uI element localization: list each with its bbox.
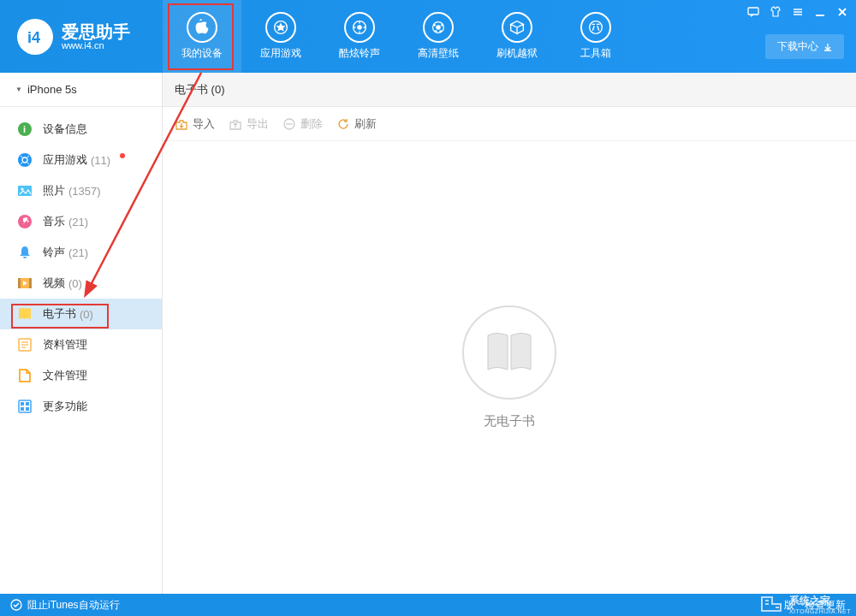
import-icon xyxy=(175,117,188,131)
sidebar-item-label: 铃声 xyxy=(43,245,65,260)
nav-icon xyxy=(502,12,532,43)
sidebar-item-file[interactable]: 文件管理 xyxy=(0,360,162,391)
sidebar-item-more[interactable]: 更多功能 xyxy=(0,391,162,422)
sidebar-item-bell[interactable]: 铃声(21) xyxy=(0,237,162,268)
music-icon xyxy=(17,214,33,229)
watermark: 系统之家 XITONGZHIJIA.NET xyxy=(757,592,851,616)
svg-point-3 xyxy=(357,25,362,30)
skin-icon[interactable] xyxy=(769,5,782,19)
svg-rect-26 xyxy=(18,278,21,288)
sidebar-item-book[interactable]: 电子书(0) xyxy=(0,299,162,329)
notification-dot xyxy=(120,153,125,158)
itunes-block-label: 阻止iTunes自动运行 xyxy=(27,598,120,613)
import-button[interactable]: 导入 xyxy=(175,116,215,132)
logo-icon: i4 xyxy=(17,19,53,55)
device-name: iPhone 5s xyxy=(27,83,77,96)
svg-point-6 xyxy=(433,24,436,27)
nav-jailbreak[interactable]: 刷机越狱 xyxy=(478,0,556,73)
feedback-icon[interactable] xyxy=(746,5,760,19)
download-center-label: 下载中心 xyxy=(777,39,818,54)
svg-rect-35 xyxy=(21,407,24,411)
nav-icon xyxy=(580,12,611,43)
app-header: i4 爱思助手 www.i4.cn 我的设备应用游戏酷炫铃声高清壁纸刷机越狱工具… xyxy=(0,0,856,73)
svg-rect-11 xyxy=(748,8,758,15)
window-controls xyxy=(746,5,849,19)
empty-text: 无电子书 xyxy=(484,413,535,429)
minimize-button[interactable] xyxy=(813,5,827,19)
nav-apps[interactable]: 应用游戏 xyxy=(241,0,320,73)
svg-point-9 xyxy=(439,30,442,33)
apps-icon xyxy=(17,152,33,168)
svg-point-5 xyxy=(436,25,441,30)
body: iPhone 5s i设备信息应用游戏(11)照片(1357)音乐(21)铃声(… xyxy=(0,73,856,594)
sidebar-item-video[interactable]: 视频(0) xyxy=(0,268,162,299)
sidebar-item-label: 音乐 xyxy=(43,214,65,229)
info-icon: i xyxy=(17,121,33,137)
refresh-icon xyxy=(336,117,350,131)
sidebar-item-count: (0) xyxy=(68,277,82,290)
nav-label: 应用游戏 xyxy=(260,46,301,61)
sidebar-item-music[interactable]: 音乐(21) xyxy=(0,206,162,237)
svg-rect-36 xyxy=(26,407,29,411)
sidebar-item-info[interactable]: i设备信息 xyxy=(0,114,162,145)
refresh-button[interactable]: 刷新 xyxy=(336,116,377,132)
svg-point-7 xyxy=(441,24,443,27)
logo-title: 爱思助手 xyxy=(62,23,130,40)
delete-icon xyxy=(282,117,296,131)
sidebar-item-label: 电子书 xyxy=(43,306,76,322)
nav-label: 工具箱 xyxy=(580,46,611,61)
nav-tools[interactable]: 工具箱 xyxy=(556,0,635,73)
sidebar-item-data[interactable]: 资料管理 xyxy=(0,329,162,360)
nav-wallpapers[interactable]: 高清壁纸 xyxy=(399,0,478,73)
svg-text:i4: i4 xyxy=(27,29,40,46)
delete-label: 删除 xyxy=(300,116,323,132)
sidebar-item-label: 更多功能 xyxy=(43,399,87,414)
device-selector[interactable]: iPhone 5s xyxy=(0,73,162,107)
nav-ringtones[interactable]: 酷炫铃声 xyxy=(320,0,399,73)
refresh-label: 刷新 xyxy=(354,116,377,132)
sidebar-item-count: (0) xyxy=(80,308,93,321)
watermark-sub: XITONGZHIJIA.NET xyxy=(789,608,851,614)
delete-button: 删除 xyxy=(282,116,323,132)
watermark-brand: 系统之家 xyxy=(789,594,851,608)
bell-icon xyxy=(17,245,33,260)
sidebar-item-count: (11) xyxy=(91,154,110,167)
itunes-block-toggle[interactable]: 阻止iTunes自动运行 xyxy=(10,598,120,613)
svg-point-23 xyxy=(21,188,24,191)
main-nav: 我的设备应用游戏酷炫铃声高清壁纸刷机越狱工具箱 xyxy=(163,0,635,73)
import-label: 导入 xyxy=(193,116,215,132)
close-button[interactable] xyxy=(835,5,849,19)
svg-point-8 xyxy=(435,30,437,33)
nav-label: 我的设备 xyxy=(181,46,223,61)
download-center-button[interactable]: 下载中心 xyxy=(765,34,844,59)
video-icon xyxy=(17,275,33,291)
content-title: 电子书 (0) xyxy=(163,73,856,107)
nav-label: 刷机越狱 xyxy=(496,46,538,61)
status-bar: 阻止iTunes自动运行 版 检查更新 xyxy=(0,594,856,616)
data-icon xyxy=(17,337,33,352)
photo-icon xyxy=(17,183,33,198)
more-icon xyxy=(17,399,33,414)
export-label: 导出 xyxy=(247,116,269,132)
logo-section: i4 爱思助手 www.i4.cn xyxy=(0,19,163,55)
sidebar-item-count: (1357) xyxy=(68,185,101,198)
export-button: 导出 xyxy=(229,116,269,132)
content-area: 电子书 (0) 导入 导出 删除 刷新 无电子书 xyxy=(163,73,856,594)
nav-device[interactable]: 我的设备 xyxy=(163,0,241,73)
sidebar: iPhone 5s i设备信息应用游戏(11)照片(1357)音乐(21)铃声(… xyxy=(0,73,163,594)
svg-rect-33 xyxy=(21,402,24,406)
book-icon xyxy=(462,305,556,400)
nav-icon xyxy=(187,12,217,43)
menu-icon[interactable] xyxy=(791,5,805,19)
empty-state: 无电子书 xyxy=(163,141,856,594)
check-icon xyxy=(10,599,22,611)
nav-icon xyxy=(423,12,454,43)
toolbar: 导入 导出 删除 刷新 xyxy=(163,107,856,141)
sidebar-item-label: 文件管理 xyxy=(43,368,87,383)
sidebar-item-apps[interactable]: 应用游戏(11) xyxy=(0,145,162,175)
sidebar-list: i设备信息应用游戏(11)照片(1357)音乐(21)铃声(21)视频(0)电子… xyxy=(0,107,162,429)
sidebar-item-label: 照片 xyxy=(43,183,65,198)
sidebar-item-photo[interactable]: 照片(1357) xyxy=(0,175,162,206)
nav-label: 酷炫铃声 xyxy=(339,46,380,61)
svg-rect-34 xyxy=(26,402,29,406)
